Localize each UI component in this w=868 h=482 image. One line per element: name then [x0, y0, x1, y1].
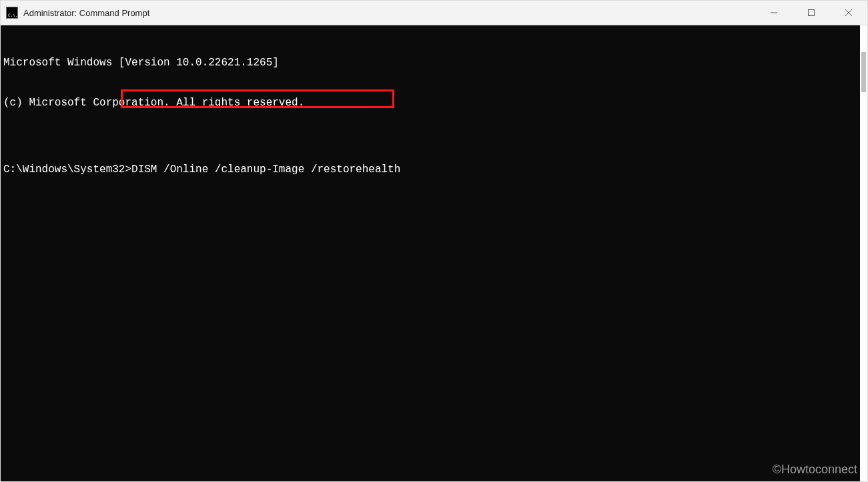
terminal-command: DISM /Online /cleanup-Image /restoreheal… [131, 164, 400, 176]
titlebar-left: C:\. Administrator: Command Prompt [1, 7, 755, 19]
vertical-scrollbar[interactable] [860, 25, 867, 481]
close-icon [845, 9, 853, 17]
maximize-icon [807, 9, 815, 17]
svg-rect-1 [809, 10, 815, 16]
window-controls [755, 1, 867, 25]
scrollbar-thumb[interactable] [861, 52, 866, 92]
window: C:\. Administrator: Command Prompt [0, 0, 868, 482]
terminal-area: Microsoft Windows [Version 10.0.22621.12… [1, 25, 867, 481]
terminal-prompt: C:\Windows\System32> [3, 164, 131, 176]
minimize-icon [770, 9, 778, 17]
close-button[interactable] [830, 1, 867, 25]
window-title: Administrator: Command Prompt [23, 8, 149, 18]
terminal-line-version: Microsoft Windows [Version 10.0.22621.12… [3, 56, 857, 69]
titlebar[interactable]: C:\. Administrator: Command Prompt [1, 1, 867, 25]
maximize-button[interactable] [793, 1, 830, 25]
terminal-line-copyright: (c) Microsoft Corporation. All rights re… [3, 96, 857, 109]
cmd-icon: C:\. [6, 7, 18, 19]
cmd-icon-text: C:\. [8, 13, 17, 17]
minimize-button[interactable] [755, 1, 793, 25]
terminal-prompt-line: C:\Windows\System32>DISM /Online /cleanu… [3, 163, 857, 176]
terminal[interactable]: Microsoft Windows [Version 10.0.22621.12… [1, 25, 860, 481]
